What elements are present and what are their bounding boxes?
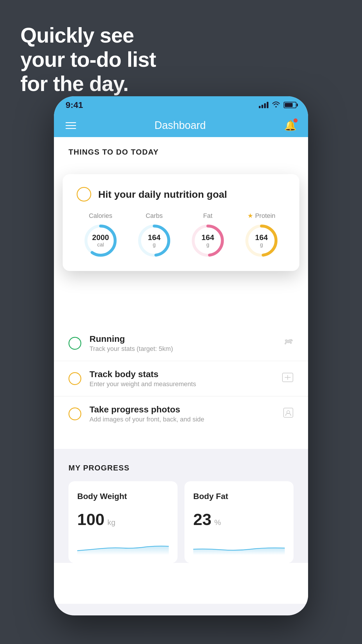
running-icon	[282, 337, 294, 349]
nav-title: Dashboard	[154, 119, 206, 132]
running-text: Running Track your stats (target: 5km)	[89, 334, 274, 353]
things-title: THINGS TO DO TODAY	[68, 148, 159, 156]
battery-icon	[284, 102, 296, 108]
hamburger-menu[interactable]	[66, 122, 76, 129]
fat-circle: 164 g	[190, 223, 225, 258]
calories-item: Calories 2000 cal	[77, 212, 124, 258]
my-progress-section: MY PROGRESS Body Weight 100 kg	[54, 449, 308, 563]
running-checkbox[interactable]	[68, 337, 81, 350]
nutrition-card-title: Hit your daily nutrition goal	[98, 189, 227, 200]
protein-item: ★ Protein 164 g	[238, 212, 285, 258]
running-desc: Track your stats (target: 5km)	[89, 345, 274, 353]
nutrition-card: Hit your daily nutrition goal Calories	[63, 174, 299, 271]
carbs-label: Carbs	[146, 212, 163, 220]
calories-label: Calories	[89, 212, 113, 220]
todo-item-body-stats[interactable]: Track body stats Enter your weight and m…	[54, 361, 308, 396]
notification-dot	[294, 118, 298, 123]
progress-photos-icon	[283, 407, 294, 420]
body-stats-text: Track body stats Enter your weight and m…	[89, 369, 274, 388]
running-name: Running	[89, 334, 274, 344]
svg-rect-11	[284, 408, 293, 417]
todo-list: Running Track your stats (target: 5km) T…	[54, 326, 308, 431]
protein-label: Protein	[255, 212, 275, 220]
my-progress-title: MY PROGRESS	[68, 463, 294, 473]
phone-frame: 9:41 Da	[54, 96, 308, 615]
carbs-value: 164	[148, 233, 160, 242]
body-stats-desc: Enter your weight and measurements	[89, 380, 274, 388]
body-fat-value: 23	[193, 510, 211, 529]
calories-unit: cal	[92, 242, 109, 248]
body-weight-value-row: 100 kg	[77, 510, 169, 529]
progress-photos-checkbox[interactable]	[68, 407, 81, 420]
fat-label: Fat	[203, 212, 212, 220]
body-weight-unit: kg	[107, 518, 115, 527]
fat-item: Fat 164 g	[184, 212, 232, 258]
carbs-circle: 164 g	[137, 223, 172, 258]
carbs-unit: g	[148, 242, 160, 248]
wifi-icon	[272, 101, 280, 109]
protein-circle: 164 g	[244, 223, 279, 258]
progress-photos-text: Take progress photos Add images of your …	[89, 405, 275, 423]
fat-unit: g	[201, 242, 214, 248]
things-header: THINGS TO DO TODAY	[54, 137, 308, 162]
body-stats-checkbox[interactable]	[68, 372, 81, 385]
nutrition-grid: Calories 2000 cal	[77, 212, 285, 258]
todo-item-running[interactable]: Running Track your stats (target: 5km)	[54, 326, 308, 361]
progress-photos-desc: Add images of your front, back, and side	[89, 416, 275, 423]
body-stats-name: Track body stats	[89, 369, 274, 379]
carbs-item: Carbs 164 g	[130, 212, 178, 258]
calories-circle: 2000 cal	[83, 223, 118, 258]
body-weight-value: 100	[77, 510, 104, 529]
headline: Quickly see your to-do list for the day.	[20, 23, 156, 96]
body-weight-card-title: Body Weight	[77, 492, 169, 501]
signal-icon	[259, 102, 268, 108]
progress-cards: Body Weight 100 kg	[68, 481, 294, 563]
calories-value: 2000	[92, 233, 109, 242]
body-stats-icon	[282, 372, 294, 385]
status-bar: 9:41	[54, 96, 308, 114]
task-checkbox[interactable]	[77, 187, 91, 202]
star-icon: ★	[247, 212, 253, 220]
todo-item-progress-photos[interactable]: Take progress photos Add images of your …	[54, 396, 308, 431]
body-fat-unit: %	[214, 518, 221, 527]
body-fat-chart	[193, 538, 285, 555]
body-fat-value-row: 23 %	[193, 510, 285, 529]
status-time: 9:41	[66, 100, 83, 110]
notification-bell[interactable]: 🔔	[284, 120, 296, 131]
body-weight-card[interactable]: Body Weight 100 kg	[68, 481, 178, 563]
body-weight-chart	[77, 538, 169, 555]
protein-value: 164	[255, 233, 268, 242]
status-icons	[259, 101, 296, 109]
nav-bar: Dashboard 🔔	[54, 114, 308, 137]
protein-unit: g	[255, 242, 268, 248]
progress-photos-name: Take progress photos	[89, 405, 275, 414]
body-fat-card[interactable]: Body Fat 23 %	[184, 481, 294, 563]
fat-value: 164	[201, 233, 214, 242]
body-fat-card-title: Body Fat	[193, 492, 285, 501]
